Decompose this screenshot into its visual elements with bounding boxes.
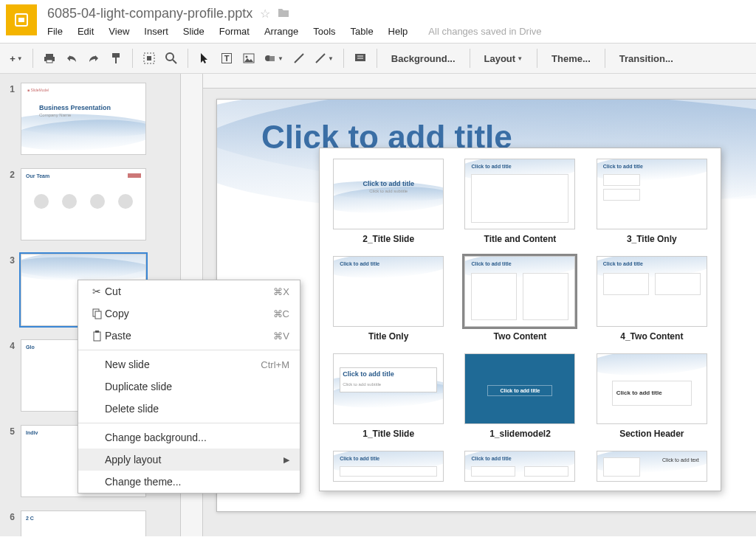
print-icon (44, 53, 55, 63)
thumb-row[interactable]: 2 Our Team (6, 168, 174, 240)
thumb-row[interactable]: 6 2 C (6, 510, 174, 536)
app-logo[interactable] (6, 4, 37, 35)
thumb-row[interactable]: 1 ■ SlideModel Business Presentation Com… (6, 83, 174, 155)
menu-edit[interactable]: Edit (78, 26, 94, 37)
star-icon[interactable]: ☆ (260, 7, 270, 21)
svg-rect-8 (147, 56, 151, 60)
cm-change-theme[interactable]: Change theme... (78, 471, 300, 493)
line-tool[interactable] (289, 48, 309, 69)
layout-extra-3[interactable]: Click to add text (597, 451, 707, 482)
menu-file[interactable]: File (47, 26, 63, 37)
submenu-arrow-icon: ▶ (284, 455, 289, 465)
svg-line-16 (316, 54, 325, 63)
thumb-number: 4 (6, 339, 21, 412)
svg-rect-6 (115, 58, 117, 63)
svg-rect-17 (355, 54, 365, 61)
print-button[interactable] (39, 48, 60, 69)
layout-extra-1[interactable]: Click to add title (333, 451, 444, 482)
image-icon (243, 53, 255, 63)
context-menu: ✂ Cut ⌘X Copy ⌘C Paste ⌘V New slide Ctrl… (78, 280, 300, 494)
slides-icon (13, 11, 30, 29)
doc-title[interactable]: 6085-04-light-company-profile.pptx (47, 6, 252, 21)
cm-apply-layout[interactable]: Apply layout ▶ (78, 449, 300, 471)
new-slide-button[interactable]: +▼ (6, 48, 27, 69)
header: 6085-04-light-company-profile.pptx ☆ Fil… (0, 0, 756, 43)
shape-icon (264, 53, 276, 63)
zoom-button[interactable] (161, 48, 182, 69)
layout-4-two-content[interactable]: Click to add title (597, 256, 707, 327)
svg-rect-21 (95, 311, 101, 319)
menu-table[interactable]: Table (351, 26, 374, 37)
cm-copy[interactable]: Copy ⌘C (78, 302, 300, 325)
text-icon: T (221, 53, 233, 63)
menu-insert[interactable]: Insert (144, 26, 168, 37)
paint-format-button[interactable] (106, 48, 126, 69)
undo-button[interactable] (61, 48, 82, 69)
paint-icon (111, 52, 121, 64)
zoom-icon (165, 52, 177, 64)
thumb-2[interactable]: Our Team (21, 168, 146, 240)
menu-slide[interactable]: Slide (183, 26, 205, 37)
image-tool[interactable] (238, 48, 259, 69)
cm-change-background[interactable]: Change background... (78, 426, 300, 449)
fit-icon (143, 52, 155, 64)
layout-section-header[interactable]: Click to add title (597, 353, 707, 424)
background-button[interactable]: Background... (383, 48, 464, 69)
cm-paste[interactable]: Paste ⌘V (78, 325, 300, 347)
save-status: All changes saved in Drive (428, 26, 541, 37)
undo-icon (66, 54, 78, 63)
line-menu[interactable]: ▼ (311, 48, 337, 69)
svg-rect-1 (18, 18, 24, 22)
menu-tools[interactable]: Tools (313, 26, 335, 37)
layout-extra-2[interactable]: Click to add title (464, 451, 575, 482)
layout-1-title-slide[interactable]: Click to add titleClick to add subtitle (333, 353, 444, 424)
layout-button[interactable]: Layout▼ (476, 48, 532, 69)
layout-1-slidemodel2[interactable]: Click to add title (464, 353, 575, 424)
cm-delete-slide[interactable]: Delete slide (78, 398, 300, 420)
comment-button[interactable] (350, 48, 371, 69)
folder-icon[interactable] (278, 7, 289, 21)
svg-rect-23 (95, 330, 99, 333)
ruler-horizontal (203, 74, 756, 89)
doc-area: 6085-04-light-company-profile.pptx ☆ Fil… (47, 4, 750, 43)
thumb-number: 6 (6, 510, 21, 536)
redo-button[interactable] (83, 48, 104, 69)
cm-separator (78, 350, 300, 350)
layout-title-and-content[interactable]: Click to add title (464, 159, 575, 229)
select-tool[interactable] (194, 48, 215, 69)
svg-rect-4 (47, 60, 52, 63)
cm-cut[interactable]: ✂ Cut ⌘X (78, 280, 300, 302)
menu-format[interactable]: Format (219, 26, 250, 37)
svg-rect-2 (46, 54, 53, 57)
svg-point-12 (246, 56, 248, 58)
theme-button[interactable]: Theme... (543, 48, 599, 69)
svg-rect-5 (112, 53, 120, 58)
paste-icon (89, 330, 105, 342)
svg-line-10 (173, 60, 176, 63)
redo-icon (88, 54, 100, 63)
cursor-icon (199, 52, 210, 64)
layout-3-title-only[interactable]: Click to add title (597, 159, 707, 229)
svg-point-9 (166, 53, 173, 60)
layout-2-title-slide[interactable]: Click to add titleClick to add subtitle (333, 159, 444, 229)
line2-icon (315, 52, 326, 64)
transition-button[interactable]: Transition... (611, 48, 681, 69)
layout-two-content[interactable]: Click to add title (464, 256, 575, 327)
thumb-number: 5 (6, 425, 21, 497)
cm-new-slide[interactable]: New slide Ctrl+M (78, 353, 300, 375)
thumb-1[interactable]: ■ SlideModel Business Presentation Compa… (21, 83, 146, 155)
menu-view[interactable]: View (109, 26, 129, 37)
comment-icon (354, 53, 366, 63)
textbox-tool[interactable]: T (216, 48, 237, 69)
shape-tool[interactable]: ▼ (261, 48, 287, 69)
cm-duplicate-slide[interactable]: Duplicate slide (78, 375, 300, 398)
menu-arrange[interactable]: Arrange (264, 26, 298, 37)
menu-help[interactable]: Help (388, 26, 408, 37)
thumb-6[interactable]: 2 C (21, 510, 146, 536)
menubar: File Edit View Insert Slide Format Arran… (47, 21, 750, 43)
cm-separator (78, 423, 300, 423)
layout-title-only[interactable]: Click to add title (333, 256, 444, 327)
cut-icon: ✂ (89, 285, 105, 297)
svg-rect-14 (269, 56, 275, 61)
zoom-fit-button[interactable] (139, 48, 159, 69)
